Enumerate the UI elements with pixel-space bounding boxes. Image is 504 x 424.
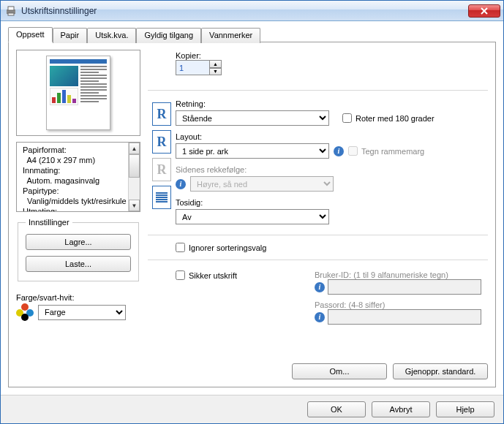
ignore-sort-row[interactable]: Ignorer sorteringsvalg (176, 243, 488, 252)
copies-section: Kopier: ▲▼ (148, 50, 488, 75)
duplex-select[interactable]: Av (176, 209, 329, 224)
color-label: Farge/svart-hvit: (16, 293, 140, 302)
tab-quality[interactable]: Utsk.kva. (87, 28, 136, 43)
user-id-label: Bruker-ID: (1 til 9 alfanumeriske tegn) (315, 270, 488, 279)
dialog-footer: OK Avbryt Hjelp (1, 395, 503, 423)
left-column: Papirformat: A4 (210 x 297 mm) Innmating… (16, 50, 140, 379)
printer-icon (5, 5, 17, 17)
layout-select[interactable]: 1 side pr. ark (176, 143, 329, 159)
copies-up[interactable]: ▲ (209, 60, 222, 68)
scroll-up-button[interactable]: ▲ (129, 143, 140, 154)
orientation-label: Retning: (176, 99, 488, 108)
copies-spinner[interactable]: ▲▼ (176, 60, 488, 75)
copies-down[interactable]: ▼ (209, 68, 222, 76)
orientation-select[interactable]: Stående (176, 110, 329, 126)
layout-icon: R (152, 130, 171, 154)
tab-watermarks[interactable]: Vannmerker (201, 28, 260, 43)
password-label: Passord: (4-8 siffer) (315, 300, 488, 309)
pageorder-select: Høyre, så ned (190, 176, 334, 192)
print-settings-window: Utskriftsinnstillinger Oppsett Papir Uts… (0, 0, 504, 424)
tab-layout[interactable]: Oppsett (8, 27, 53, 42)
copies-label: Kopier: (176, 51, 488, 60)
scroll-down-button[interactable]: ▼ (129, 200, 140, 211)
page-preview (16, 50, 140, 136)
ok-button[interactable]: OK (307, 401, 366, 417)
rotate-180-checkbox-row[interactable]: Roter med 180 grader (342, 113, 435, 123)
rotate-180-checkbox[interactable] (342, 113, 352, 123)
load-button[interactable]: Laste... (26, 256, 131, 272)
client-area: Oppsett Papir Utsk.kva. Gyldig tilgang V… (1, 21, 503, 395)
secure-print-row[interactable]: Sikker utskrift (176, 270, 300, 280)
rotate-180-label: Roter med 180 grader (356, 114, 435, 123)
paper-info-text: Papirformat: A4 (210 x 297 mm) Innmating… (17, 143, 128, 211)
close-button[interactable] (468, 4, 500, 18)
copies-input[interactable] (176, 60, 209, 75)
info-icon[interactable]: i (334, 146, 344, 156)
duplex-label: Tosidig: (176, 198, 488, 207)
password-input (328, 309, 481, 325)
duplex-icon (152, 186, 171, 209)
scrollbar[interactable]: ▲ ▼ (128, 143, 140, 211)
window-title: Utskriftsinnstillinger (21, 6, 468, 16)
color-swatch-icon (16, 303, 34, 321)
ignore-sort-label: Ignorer sorteringsvalg (189, 243, 266, 252)
scroll-thumb[interactable] (129, 154, 140, 178)
user-id-input (328, 279, 481, 295)
frame-margin-checkbox-row: Tegn rammemarg (348, 146, 424, 156)
paper-info-box: Papirformat: A4 (210 x 297 mm) Innmating… (16, 142, 140, 212)
ignore-sort-checkbox[interactable] (176, 243, 185, 252)
pageorder-icon: R (152, 158, 171, 181)
page-preview-mock (46, 56, 110, 130)
right-column: Kopier: ▲▼ R R R Retning: (148, 50, 488, 379)
about-button[interactable]: Om... (292, 363, 387, 379)
settings-group-legend: Innstillinger (26, 218, 72, 227)
svg-rect-2 (8, 13, 14, 15)
secure-print-checkbox[interactable] (176, 270, 185, 280)
cancel-button[interactable]: Avbryt (372, 401, 430, 417)
secure-print-section: Sikker utskrift Bruker-ID: (1 til 9 alfa… (176, 270, 488, 325)
titlebar[interactable]: Utskriftsinnstillinger (1, 1, 503, 21)
page-actions: Om... Gjenoppr. standard. (148, 353, 488, 379)
info-icon[interactable]: i (315, 282, 325, 292)
tab-page-layout: Papirformat: A4 (210 x 297 mm) Innmating… (8, 42, 496, 387)
info-icon[interactable]: i (176, 179, 186, 189)
settings-group: Innstillinger Lagre... Laste... (18, 218, 139, 281)
frame-margin-label: Tegn rammemarg (361, 147, 424, 156)
color-select[interactable]: Farge (38, 305, 126, 320)
scroll-track[interactable] (129, 178, 140, 200)
orientation-icon: R (152, 102, 171, 126)
layout-options-row: R R R Retning: Stående Roter med 180 gra… (148, 98, 488, 224)
color-section: Farge/svart-hvit: Farge (16, 293, 140, 321)
tab-valid-access[interactable]: Gyldig tilgang (136, 28, 201, 43)
secure-print-label: Sikker utskrift (189, 271, 237, 280)
frame-margin-checkbox (348, 146, 358, 156)
help-button[interactable]: Hjelp (436, 401, 494, 417)
restore-defaults-button[interactable]: Gjenoppr. standard. (393, 363, 488, 379)
layout-label: Layout: (176, 132, 488, 141)
svg-rect-1 (8, 7, 14, 10)
info-icon[interactable]: i (315, 312, 325, 322)
tab-paper[interactable]: Papir (53, 28, 88, 43)
tab-strip: Oppsett Papir Utsk.kva. Gyldig tilgang V… (8, 27, 496, 42)
save-button[interactable]: Lagre... (26, 234, 131, 250)
pageorder-label: Sidenes rekkefølge: (176, 165, 488, 174)
